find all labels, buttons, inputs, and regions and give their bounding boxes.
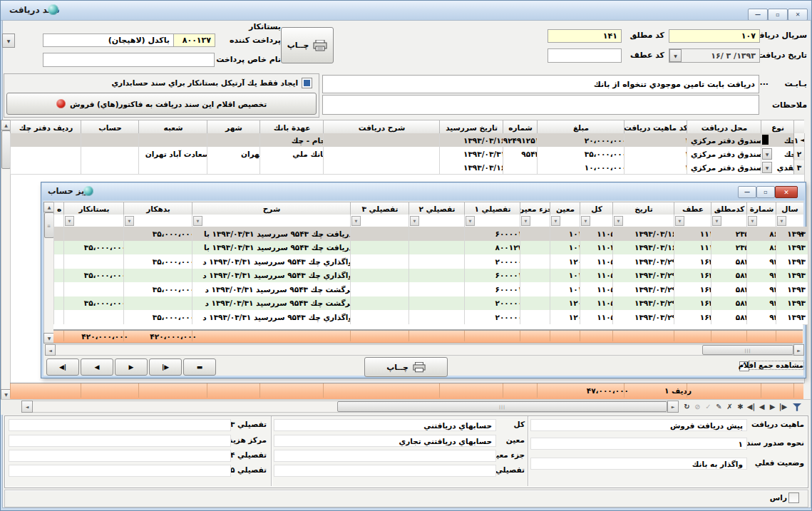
detail-filter-credit[interactable]: ▼ <box>63 215 124 227</box>
cell-bank[interactable]: جام - چك <box>259 133 328 148</box>
detail-col-h[interactable]: ه <box>53 202 64 216</box>
detail-col-credit[interactable]: بستانكار <box>63 202 124 216</box>
detail-cell-desc[interactable]: دريافت چك ۹۵۴۳ سررسيد ۱۳۹۳/۰۳/۳۱ با <box>192 227 355 242</box>
cell-account[interactable] <box>81 160 143 175</box>
cell-city[interactable]: تهران <box>207 147 264 161</box>
detail-col-ref[interactable]: عطف <box>674 202 711 216</box>
detail-filter-moin[interactable]: ▼ <box>550 215 580 227</box>
print-button[interactable]: چــاپ <box>281 27 334 63</box>
detail-filter-abs[interactable]: ▼ <box>711 215 747 227</box>
main-hscroll-right-icon[interactable]: ► <box>667 401 679 413</box>
detail-cell-ref[interactable]: ۱۶۲ <box>674 310 716 325</box>
detail-cell-abs[interactable]: ۲۳۵ <box>711 241 751 256</box>
detail-filter-taf1[interactable]: ▼ <box>464 215 520 227</box>
main-hscroll-left-icon[interactable]: ◄ <box>21 401 33 413</box>
cell-branch[interactable] <box>138 133 212 148</box>
nav-next-icon[interactable]: ▶ <box>767 400 778 413</box>
detail-cell-year[interactable]: ۱۳۹۳ <box>776 254 808 269</box>
col-number[interactable]: شماره <box>503 120 538 135</box>
detail-nav-delete-button[interactable]: ▬ <box>183 358 216 376</box>
detail-vscroll-thumb[interactable]: ≡ <box>44 212 54 238</box>
detail-cell-year[interactable]: ۱۳۹۳ <box>776 296 808 311</box>
cell-number[interactable]: ۹۲۴۹۱۲۵۱ <box>503 133 542 148</box>
detail-filter-year[interactable]: ▼ <box>776 215 803 227</box>
payer-special-input[interactable] <box>43 53 215 67</box>
detail-cell-taf3[interactable] <box>350 227 413 242</box>
cell-amount[interactable]: ۲۰،۰۰۰،۰۰۰ <box>537 133 629 148</box>
detail-cell-taf1[interactable]: ۶۰۰۰۰۱ <box>464 227 525 242</box>
payer-code-input[interactable]: ۸۰۰۱۲۷ <box>168 33 215 47</box>
detail-filter-date[interactable]: ▼ <box>612 215 674 227</box>
cell-chk[interactable] <box>10 147 86 161</box>
for-input[interactable]: دريافت بابت تامين موجودي تنخواه از بانك <box>322 75 759 93</box>
nav-cancel-icon[interactable]: ⊘ <box>692 400 703 413</box>
filter-dropdown-icon[interactable]: ▼ <box>466 216 475 226</box>
detail-cell-taf1[interactable]: ۲۰۰۰۰۰ <box>464 254 525 269</box>
nav-post-icon[interactable]: ✓ <box>703 400 714 413</box>
detail-cell-date[interactable]: ۱۳۹۳/۰۳/۲۹ <box>612 296 679 311</box>
filter-dropdown-icon[interactable]: ▼ <box>193 216 202 226</box>
payer-name-field[interactable]: باكدل (لاهيجان) <box>43 33 174 47</box>
filter-dropdown-icon[interactable]: ▼ <box>125 216 134 226</box>
detail-filter-debit[interactable]: ▼ <box>123 215 192 227</box>
detail-cell-taf2[interactable] <box>408 241 469 256</box>
detail-cell-taf1[interactable]: ۶۰۰۰۰۱ <box>464 282 525 297</box>
detail-col-year[interactable]: سال <box>776 202 803 216</box>
cell-desc[interactable] <box>323 160 444 175</box>
detail-cell-abs[interactable]: ۵۸۲ <box>711 254 751 269</box>
col-bank[interactable]: عهدة بانك <box>259 120 324 135</box>
detail-filter-desc[interactable]: ▼ <box>192 215 351 227</box>
type-dropdown-icon[interactable]: ▼ <box>762 162 772 173</box>
detail-cell-credit[interactable] <box>63 282 128 297</box>
detail-cell-taf3[interactable] <box>350 241 413 256</box>
detail-cell-date[interactable]: ۱۳۹۳/۰۳/۲۹ <box>612 269 679 284</box>
detail-cell-ref[interactable]: ۱۱۱ <box>674 241 716 256</box>
col-desc[interactable]: شرح دريافت <box>323 120 440 135</box>
detail-cell-taf1[interactable]: ۶۰۰۰۰۱ <box>464 269 525 284</box>
detail-cell-credit[interactable] <box>63 254 128 269</box>
detail-cell-desc[interactable]: برگشت چك ۹۵۴۳ سررسيد ۱۳۹۳/۰۳/۳۱ د <box>192 296 355 311</box>
detail-cell-taf3[interactable] <box>350 310 413 325</box>
cell-account[interactable] <box>81 133 143 148</box>
detail-cell-debit[interactable] <box>123 296 197 311</box>
nav-prior-icon[interactable]: ◀ <box>756 400 767 413</box>
col-type[interactable]: نوع <box>761 120 794 135</box>
detail-col-taf1[interactable]: تفصيلي ۱ <box>464 202 520 216</box>
detail-cell-taf3[interactable] <box>350 254 413 269</box>
filter-dropdown-icon[interactable]: ▼ <box>581 216 590 226</box>
detail-cell-taf2[interactable] <box>408 227 469 242</box>
detail-cell-taf1[interactable]: ۲۰۰۰۰۰ <box>464 296 525 311</box>
cell-place[interactable]: صندوق دفتر مركزي <box>687 160 766 175</box>
filter-dropdown-icon[interactable]: ▼ <box>675 216 684 226</box>
close-button[interactable]: ✕ <box>788 9 808 21</box>
detail-cell-taf2[interactable] <box>408 310 469 325</box>
minimize-button[interactable]: — <box>748 9 768 21</box>
cell-desc[interactable] <box>323 133 444 148</box>
filter-dropdown-icon[interactable]: ▼ <box>748 216 757 226</box>
detail-cell-credit[interactable] <box>63 227 128 242</box>
detail-col-taf2[interactable]: تفصيلي ۲ <box>408 202 465 216</box>
cell-due[interactable]: ۱۳۹۳/۰۳/۱۶ <box>439 160 508 175</box>
col-place[interactable]: محل دريافت <box>687 120 761 135</box>
notes-input[interactable] <box>322 95 759 115</box>
cell-place[interactable]: صندوق دفتر مركزي <box>687 147 766 161</box>
detail-cell-abs[interactable]: ۵۸۲ <box>711 296 751 311</box>
detail-cell-year[interactable]: ۱۳۹۳ <box>776 269 808 284</box>
cell-chk[interactable] <box>10 160 86 175</box>
detail-filter-joz[interactable]: ▼ <box>520 215 550 227</box>
nav-insert-icon[interactable]: ✱ <box>735 400 746 413</box>
detail-cell-taf3[interactable] <box>350 269 413 284</box>
detail-cell-desc[interactable]: برگشت چك ۹۵۴۳ سررسيد ۱۳۹۳/۰۳/۳۱ د <box>192 282 355 297</box>
detail-cell-date[interactable]: ۱۳۹۳/۰۳/۲۹ <box>612 282 679 297</box>
detail-col-kol[interactable]: كل <box>580 202 613 216</box>
col-due[interactable]: تاريخ سررسيد <box>439 120 503 135</box>
cell-nature[interactable]: ۱ <box>624 147 692 161</box>
col-nature[interactable]: كد ماهيت دريافت <box>624 120 687 135</box>
detail-cell-desc[interactable]: واگذاري چك ۹۵۴۳ سررسيد ۱۳۹۳/۰۳/۳۱ د <box>192 269 355 284</box>
detail-cell-taf1[interactable]: ۲۰۰۰۰۰ <box>464 310 525 325</box>
detail-col-debit[interactable]: بدهكار <box>123 202 192 216</box>
cell-chk[interactable] <box>10 133 86 148</box>
serial-input[interactable]: ۱۰۷ <box>669 29 760 43</box>
detail-cell-taf2[interactable] <box>408 269 469 284</box>
filter-dropdown-icon[interactable]: ▼ <box>777 216 786 226</box>
